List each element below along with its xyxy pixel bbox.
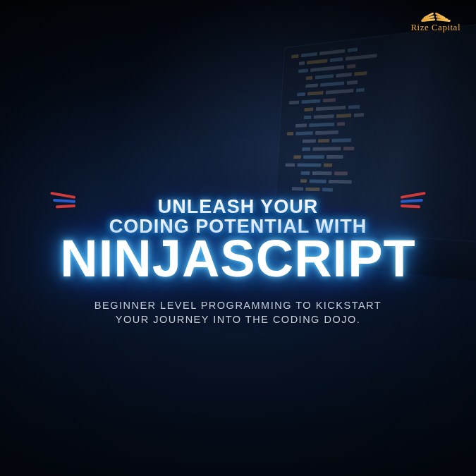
headline-line-1: UNLEASH YOUR — [60, 197, 415, 217]
brand-name: Rize Capital — [410, 22, 460, 33]
subhead-line-1: BEGINNER LEVEL PROGRAMMING TO KICKSTART — [21, 299, 455, 313]
brand-logo: Rize Capital — [410, 13, 460, 33]
wings-icon — [410, 13, 460, 20]
headline-wrap: UNLEASH YOUR CODING POTENTIAL WITH NINJA… — [60, 197, 415, 283]
headline-big: NINJASCRIPT — [60, 234, 415, 283]
subhead-line-2: YOUR JOURNEY INTO THE CODING DOJO. — [21, 313, 455, 327]
subheadline: BEGINNER LEVEL PROGRAMMING TO KICKSTART … — [21, 299, 455, 327]
hero-block: UNLEASH YOUR CODING POTENTIAL WITH NINJA… — [0, 197, 476, 327]
